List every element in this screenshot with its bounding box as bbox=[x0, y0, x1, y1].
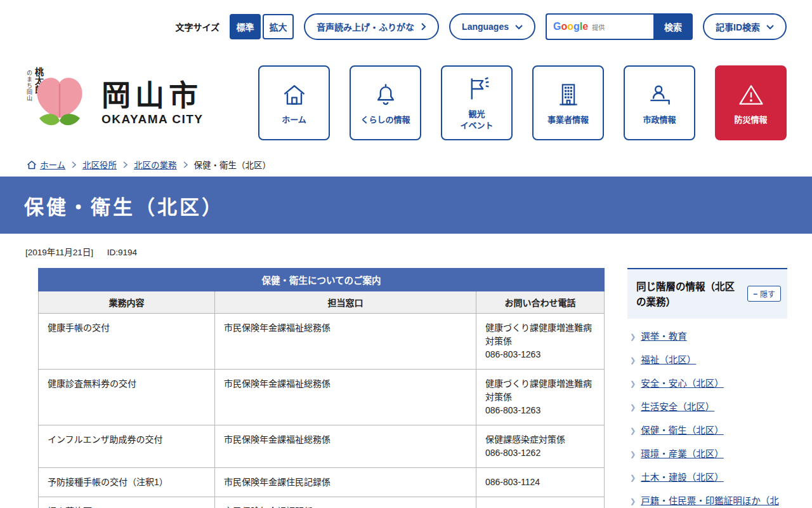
sidebar-header: 同じ階層の情報（北区の業務） − 隠す bbox=[627, 269, 787, 319]
breadcrumb-home-link[interactable]: ホーム bbox=[27, 158, 65, 171]
sidebar-link-list: ❯ 選挙・教育 ❯ 福祉（北区） ❯ 安全・安心（北区） ❯ 生活安全（北区） … bbox=[627, 319, 787, 508]
building-icon bbox=[554, 81, 582, 109]
sidebar-hide-button[interactable]: − 隠す bbox=[747, 286, 781, 302]
sidebar-link-daily-safety[interactable]: 生活安全（北区） bbox=[641, 401, 714, 414]
google-logo: Google bbox=[553, 21, 588, 32]
font-size-enlarge-button[interactable]: 拡大 bbox=[263, 14, 294, 39]
nav-tourism-events-label: 観光イベント bbox=[460, 109, 493, 131]
article-id: ID:9194 bbox=[107, 248, 137, 257]
flag-icon bbox=[463, 75, 491, 103]
desk-cell: 市民保険年金課福祉総務係 bbox=[215, 425, 476, 468]
breadcrumb-home-label: ホーム bbox=[40, 158, 65, 171]
contact-dept: 健康づくり課健康増進難病対策係 bbox=[485, 377, 595, 404]
list-item: ❯ 環境・産業（北区） bbox=[629, 443, 786, 466]
nav-city-government-label: 市政情報 bbox=[643, 114, 676, 126]
phone-number: 086-803-1124 bbox=[485, 476, 595, 489]
site-header: のまち岡山 桃太郎 岡山市 OKAYAMA CITY ホーム bbox=[0, 53, 812, 152]
phone-number: 086-803-1120 bbox=[485, 505, 595, 508]
column-header-phone: お問い合わせ電話 bbox=[476, 291, 605, 314]
sidebar-link-election-education[interactable]: 選挙・教育 bbox=[641, 330, 687, 344]
column-header-service: 業務内容 bbox=[39, 291, 215, 314]
list-item: ❯ 保健・衛生（北区） bbox=[629, 419, 786, 443]
main-navigation: ホーム くらしの情報 観光イベント bbox=[258, 65, 787, 140]
phone-number: 086-803-1263 bbox=[485, 348, 595, 361]
home-icon bbox=[27, 160, 37, 170]
list-item: ❯ 安全・安心（北区） bbox=[629, 372, 786, 396]
nav-disaster-info-label: 防災情報 bbox=[734, 114, 767, 126]
search-button[interactable]: 検索 bbox=[653, 13, 693, 40]
desk-cell: 市民保険年金課福祉総務係 bbox=[215, 314, 476, 370]
phone-number: 086-803-1263 bbox=[485, 404, 595, 417]
service-cell: 健康診査無料券の交付 bbox=[39, 370, 215, 425]
service-cell: 予防接種手帳の交付（注釈1） bbox=[39, 468, 215, 497]
service-cell: 健康手帳の交付 bbox=[39, 314, 215, 370]
phone-cell: 086-803-1124 bbox=[476, 468, 605, 497]
breadcrumb-link-kitaku-services[interactable]: 北区の業務 bbox=[134, 158, 177, 171]
nav-tourism-events-button[interactable]: 観光イベント bbox=[441, 65, 513, 140]
phone-number: 086-803-1262 bbox=[485, 446, 595, 460]
nav-business-info-button[interactable]: 事業者情報 bbox=[532, 65, 604, 140]
site-search-input[interactable] bbox=[608, 22, 647, 32]
reception-person-icon bbox=[646, 81, 674, 109]
nav-living-info-button[interactable]: くらしの情報 bbox=[350, 65, 421, 140]
sidebar-hide-label: 隠す bbox=[760, 288, 775, 299]
nav-disaster-info-button[interactable]: 防災情報 bbox=[715, 65, 787, 140]
contact-dept: 健康づくり課健康増進難病対策係 bbox=[485, 321, 595, 348]
nav-city-government-button[interactable]: 市政情報 bbox=[624, 65, 695, 140]
table-row: 健康手帳の交付 市民保険年金課福祉総務係 健康づくり課健康増進難病対策係 086… bbox=[39, 314, 605, 370]
chevron-right-icon bbox=[123, 161, 128, 168]
minus-icon: − bbox=[753, 290, 757, 298]
font-size-label: 文字サイズ bbox=[176, 20, 220, 33]
phone-cell: 086-803-1120 bbox=[476, 497, 605, 508]
breadcrumb-current: 保健・衛生（北区） bbox=[194, 158, 272, 171]
nav-home-label: ホーム bbox=[282, 114, 306, 126]
sidebar-link-welfare[interactable]: 福祉（北区） bbox=[641, 354, 696, 367]
chevron-right-icon bbox=[421, 23, 426, 30]
article-id-search-label: 記事ID検索 bbox=[716, 20, 760, 33]
article-id-search-button[interactable]: 記事ID検索 bbox=[703, 13, 787, 40]
languages-button[interactable]: Languages bbox=[449, 13, 535, 40]
phone-cell: 健康づくり課健康増進難病対策係 086-803-1263 bbox=[476, 370, 605, 425]
table-caption: 保健・衛生についてのご案内 bbox=[39, 269, 605, 291]
voice-reading-button[interactable]: 音声読み上げ・ふりがな bbox=[304, 13, 439, 40]
okayama-city-logo[interactable]: のまち岡山 桃太郎 bbox=[25, 67, 91, 138]
sidebar-link-family-register[interactable]: 戸籍・住民票・印鑑証明ほか（北区） bbox=[641, 495, 785, 508]
desk-cell: 市民保険年金課証明係 bbox=[215, 497, 476, 508]
font-size-group: 標準 拡大 bbox=[230, 14, 294, 39]
health-info-table: 保健・衛生についてのご案内 業務内容 担当窓口 お問い合わせ電話 健康手帳の交付… bbox=[38, 268, 605, 508]
list-item: ❯ 戸籍・住民票・印鑑証明ほか（北区） bbox=[629, 490, 786, 508]
page-title: 保健・衛生（北区） bbox=[24, 191, 224, 220]
chevron-right-icon: ❯ bbox=[630, 497, 636, 507]
desk-cell: 市民保険年金課住民記録係 bbox=[215, 468, 476, 497]
utility-bar: 文字サイズ 標準 拡大 音声読み上げ・ふりがな Languages Google… bbox=[0, 0, 812, 53]
warning-icon bbox=[737, 81, 765, 109]
sidebar-link-civil-construction[interactable]: 土木・建設（北区） bbox=[641, 471, 724, 485]
nav-home-button[interactable]: ホーム bbox=[258, 65, 330, 140]
phone-cell: 健康づくり課健康増進難病対策係 086-803-1263 bbox=[476, 314, 605, 370]
chevron-down-icon bbox=[766, 24, 774, 30]
site-search: Google 提供 検索 bbox=[546, 13, 693, 40]
site-title-block: 岡山市 OKAYAMA CITY bbox=[102, 79, 204, 127]
nav-business-info-label: 事業者情報 bbox=[547, 114, 589, 126]
chevron-right-icon: ❯ bbox=[630, 332, 636, 342]
font-size-standard-button[interactable]: 標準 bbox=[230, 14, 261, 39]
sidebar-link-environment-industry[interactable]: 環境・産業（北区） bbox=[641, 448, 724, 461]
sidebar-link-safety-security[interactable]: 安全・安心（北区） bbox=[641, 377, 724, 391]
column-header-desk: 担当窓口 bbox=[215, 291, 476, 314]
languages-label: Languages bbox=[462, 22, 509, 32]
phone-cell: 保健課感染症対策係 086-803-1262 bbox=[476, 425, 605, 468]
service-cell: 埋火葬許可 bbox=[39, 497, 215, 508]
list-item: ❯ 選挙・教育 bbox=[629, 325, 786, 349]
chevron-right-icon: ❯ bbox=[630, 356, 636, 366]
peach-icon bbox=[30, 72, 89, 135]
page-meta: [2019年11月21日] ID:9194 bbox=[0, 234, 812, 258]
site-search-box[interactable]: Google 提供 bbox=[546, 13, 653, 40]
breadcrumb-link-kitaku-office[interactable]: 北区役所 bbox=[82, 158, 117, 171]
bell-icon bbox=[372, 81, 400, 109]
chevron-right-icon: ❯ bbox=[630, 450, 636, 460]
publish-date: [2019年11月21日] bbox=[25, 248, 93, 257]
main-content: 保健・衛生についてのご案内 業務内容 担当窓口 お問い合わせ電話 健康手帳の交付… bbox=[0, 258, 812, 508]
service-cell: インフルエンザ助成券の交付 bbox=[39, 425, 215, 468]
table-row: 健康診査無料券の交付 市民保険年金課福祉総務係 健康づくり課健康増進難病対策係 … bbox=[39, 370, 605, 425]
sidebar-link-health-sanitation[interactable]: 保健・衛生（北区） bbox=[641, 424, 724, 438]
